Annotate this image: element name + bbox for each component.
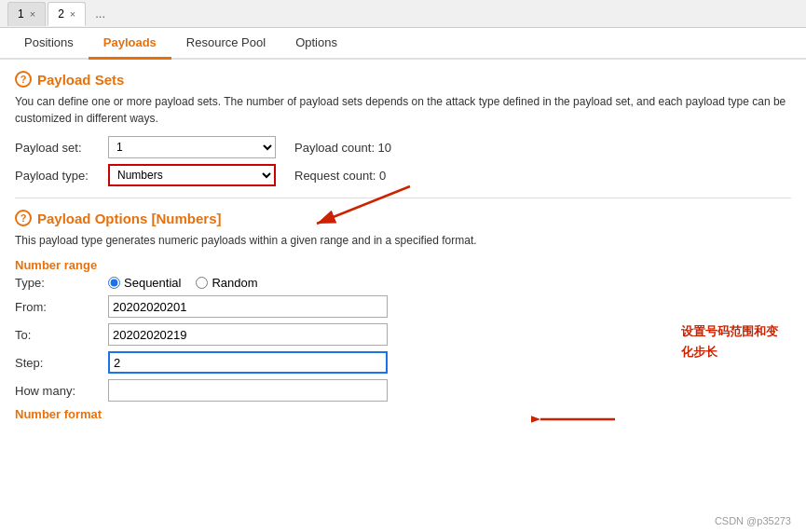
type-row: Type: Sequential Random: [15, 276, 791, 290]
tab-resource-pool[interactable]: Resource Pool: [171, 28, 280, 60]
from-row: From:: [15, 295, 791, 318]
payload-sets-desc: You can define one or more payload sets.…: [15, 93, 791, 127]
payload-set-row: Payload set: 1 2 3 Payload count: 10: [15, 136, 791, 158]
tab-1-close[interactable]: ×: [30, 8, 35, 20]
payload-type-select[interactable]: Numbers Simple list Runtime file Custom …: [108, 164, 276, 186]
request-count: Request count: 0: [294, 169, 386, 183]
sequential-radio[interactable]: [108, 277, 120, 289]
type-label: Type:: [15, 276, 108, 290]
section-divider: [15, 198, 791, 198]
step-row: Step:: [15, 351, 791, 374]
random-radio-label[interactable]: Random: [196, 276, 257, 290]
tab-bar: 1 × 2 × ...: [0, 0, 806, 28]
sequential-label: Sequential: [124, 276, 181, 290]
tab-2-label: 2: [58, 7, 64, 20]
payload-count: Payload count: 10: [294, 141, 391, 155]
payload-type-label: Payload type:: [15, 169, 108, 183]
annotation-box: 设置号码范围和变 化步长: [681, 321, 778, 362]
tab-positions[interactable]: Positions: [9, 28, 89, 60]
from-label: From:: [15, 300, 108, 314]
tab-1[interactable]: 1 ×: [7, 2, 46, 26]
tab-payloads[interactable]: Payloads: [89, 28, 171, 60]
tab-more[interactable]: ...: [88, 3, 113, 24]
payload-sets-header: ? Payload Sets: [15, 71, 791, 88]
step-input[interactable]: [108, 351, 388, 374]
tab-options[interactable]: Options: [280, 28, 352, 60]
tab-1-label: 1: [18, 7, 24, 20]
tab-2[interactable]: 2 ×: [48, 2, 86, 26]
annotation-line2: 化步长: [681, 345, 717, 359]
to-row: To:: [15, 323, 791, 346]
footer-text: CSDN @p35273: [715, 515, 791, 526]
step-label: Step:: [15, 356, 108, 370]
payload-options-title: Payload Options [Numbers]: [37, 211, 222, 226]
payload-sets-title: Payload Sets: [37, 72, 124, 88]
type-radio-group: Sequential Random: [108, 276, 258, 290]
payload-set-label: Payload set:: [15, 141, 108, 155]
payload-type-row: Payload type: Numbers Simple list Runtim…: [15, 164, 791, 186]
payload-sets-icon: ?: [15, 71, 32, 88]
number-range-label: Number range: [15, 258, 791, 272]
annotation-line1: 设置号码范围和变: [681, 324, 778, 338]
to-input[interactable]: [108, 323, 388, 346]
nav-tabs: Positions Payloads Resource Pool Options: [0, 28, 806, 60]
to-label: To:: [15, 328, 108, 342]
main-content: ? Payload Sets You can define one or mor…: [0, 60, 806, 532]
from-input[interactable]: [108, 295, 388, 318]
how-many-input[interactable]: [108, 379, 388, 402]
payload-options-header: ? Payload Options [Numbers]: [15, 210, 791, 226]
random-radio[interactable]: [196, 277, 208, 289]
payload-options-icon: ?: [15, 210, 32, 226]
how-many-row: How many:: [15, 379, 791, 402]
payload-options-desc: This payload type generates numeric payl…: [15, 232, 791, 249]
random-label: Random: [212, 276, 257, 290]
number-format-label: Number format: [15, 407, 791, 421]
how-many-label: How many:: [15, 384, 108, 398]
red-arrow-step: [531, 401, 624, 438]
payload-set-select[interactable]: 1 2 3: [108, 136, 276, 158]
sequential-radio-label[interactable]: Sequential: [108, 276, 181, 290]
tab-2-close[interactable]: ×: [70, 8, 75, 20]
